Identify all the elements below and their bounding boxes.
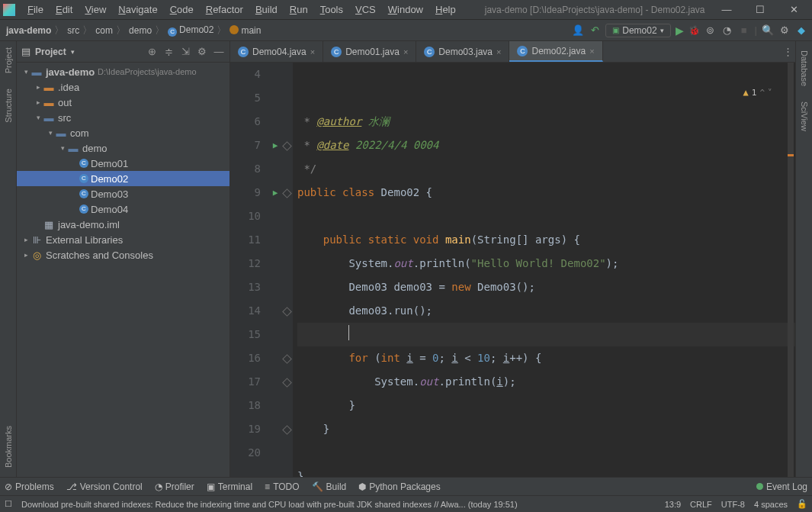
breadcrumb-class[interactable]: CDemo02: [166, 24, 215, 37]
tool-tab-structure[interactable]: Structure: [4, 85, 13, 126]
menu-tools[interactable]: Tools: [314, 2, 349, 17]
menu-view[interactable]: View: [79, 2, 112, 17]
tree-src[interactable]: ▬src: [17, 110, 229, 125]
minimize-button[interactable]: —: [711, 1, 742, 19]
back-arrow-icon[interactable]: ↶: [589, 24, 601, 37]
project-view-icon: ▤: [21, 46, 30, 57]
breadcrumb-src[interactable]: src: [66, 25, 81, 36]
code-content[interactable]: * @author 水澜 * @date 2022/4/4 0004 */pub…: [293, 63, 795, 477]
tool-problems[interactable]: ⊘Problems: [5, 481, 54, 492]
tool-event-log[interactable]: Event Log: [756, 481, 807, 492]
java-class-icon: C: [331, 47, 342, 57]
breadcrumb: java-demo 〉 src 〉 com 〉 demo 〉 CDemo02 〉…: [5, 24, 572, 37]
tree-file-demo03[interactable]: CDemo03: [17, 186, 229, 201]
editor-tab[interactable]: CDemo02.java×: [509, 41, 602, 62]
run-button[interactable]: ▶: [676, 24, 684, 37]
tree-com[interactable]: ▬com: [17, 125, 229, 140]
collapse-all-icon[interactable]: ⇲: [179, 46, 191, 57]
tool-vcs[interactable]: ⎇Version Control: [66, 481, 143, 492]
bottom-tool-bar: ⊘Problems ⎇Version Control ◔Profiler ▣Te…: [0, 477, 812, 495]
tree-iml[interactable]: ▦java-demo.iml: [17, 217, 229, 232]
status-message[interactable]: Download pre-built shared indexes: Reduc…: [21, 500, 656, 509]
tool-todo[interactable]: ≡TODO: [265, 481, 299, 492]
breadcrumb-com[interactable]: com: [94, 25, 114, 36]
code-editor[interactable]: 4567891011121314151617181920 ▶▶ * @autho…: [230, 63, 795, 477]
tabs-menu-icon[interactable]: ⋮: [780, 41, 795, 62]
menu-vcs[interactable]: VCS: [349, 2, 382, 17]
line-number-gutter[interactable]: 4567891011121314151617181920: [230, 63, 268, 477]
status-bar: ☐ Download pre-built shared indexes: Red…: [0, 495, 812, 512]
app-logo-icon: [3, 4, 15, 16]
breadcrumb-method[interactable]: main: [228, 25, 262, 36]
run-config-dropdown[interactable]: ▣ Demo02 ▾: [605, 24, 670, 37]
tree-file-demo04[interactable]: CDemo04: [17, 201, 229, 217]
stop-button[interactable]: ■: [738, 24, 750, 37]
fold-gutter[interactable]: [282, 63, 293, 477]
sidebar-title[interactable]: Project: [35, 47, 66, 57]
select-opened-icon[interactable]: ⊕: [146, 46, 158, 57]
breadcrumb-demo[interactable]: demo: [127, 25, 153, 36]
settings-icon[interactable]: ⚙: [778, 24, 791, 37]
tree-scratches[interactable]: ◎Scratches and Consoles: [17, 247, 229, 262]
menu-refactor[interactable]: Refactor: [200, 2, 249, 17]
hide-panel-icon[interactable]: —: [213, 46, 225, 57]
run-gutter[interactable]: ▶▶: [268, 63, 282, 477]
tree-idea[interactable]: ▬.idea: [17, 79, 229, 95]
tool-python[interactable]: ⬢Python Packages: [358, 481, 440, 492]
editor-tab[interactable]: CDemo03.java×: [416, 41, 509, 62]
close-tab-icon[interactable]: ×: [589, 47, 594, 56]
left-tool-strip: Project Structure Bookmarks: [0, 41, 17, 477]
status-line-sep[interactable]: CRLF: [690, 500, 712, 509]
tool-profiler[interactable]: ◔Profiler: [155, 481, 194, 492]
tool-terminal[interactable]: ▣Terminal: [207, 481, 252, 492]
tool-tab-database[interactable]: Database: [800, 47, 809, 89]
inspection-indicator[interactable]: ▲ 1 ^ ˅: [743, 87, 772, 98]
status-icon[interactable]: ☐: [5, 499, 12, 509]
maximize-button[interactable]: ☐: [745, 1, 775, 19]
tree-root[interactable]: ▬ java-demo D:\IdeaProjects\java-demo: [17, 64, 229, 79]
menu-window[interactable]: Window: [382, 2, 429, 17]
editor-scrollbar[interactable]: [788, 63, 794, 477]
tool-tab-bookmarks[interactable]: Bookmarks: [4, 423, 13, 471]
tool-tab-project[interactable]: Project: [4, 44, 13, 76]
coverage-button[interactable]: ⊚: [704, 24, 717, 37]
menu-build[interactable]: Build: [249, 2, 284, 17]
status-indent[interactable]: 4 spaces: [754, 500, 788, 509]
close-button[interactable]: ✕: [778, 1, 809, 19]
settings-gear-icon[interactable]: ⚙: [196, 46, 208, 57]
navigation-bar: java-demo 〉 src 〉 com 〉 demo 〉 CDemo02 〉…: [0, 20, 812, 41]
tool-tab-sciview[interactable]: SciView: [800, 98, 809, 134]
java-class-icon: C: [424, 47, 435, 57]
tree-demo[interactable]: ▬demo: [17, 140, 229, 156]
window-title: java-demo [D:\IdeaProjects\java-demo] - …: [462, 5, 711, 15]
profile-button[interactable]: ◔: [721, 24, 733, 37]
add-user-icon[interactable]: 👤: [572, 24, 584, 37]
right-tool-strip: Database SciView: [795, 41, 812, 477]
tree-out[interactable]: ▬out: [17, 95, 229, 110]
tree-file-demo01[interactable]: CDemo01: [17, 156, 229, 171]
tree-ext-lib[interactable]: ⊪External Libraries: [17, 232, 229, 247]
menu-run[interactable]: Run: [284, 2, 314, 17]
tree-file-demo02[interactable]: CDemo02: [17, 171, 229, 186]
menu-help[interactable]: Help: [429, 2, 462, 17]
ide-features-icon[interactable]: ◆: [795, 24, 807, 37]
menu-navigate[interactable]: Navigate: [112, 2, 163, 17]
expand-all-icon[interactable]: ≑: [162, 46, 175, 57]
status-encoding[interactable]: UTF-8: [721, 500, 745, 509]
menu-code[interactable]: Code: [164, 2, 200, 17]
breadcrumb-project[interactable]: java-demo: [5, 25, 53, 36]
menu-file[interactable]: File: [21, 2, 50, 17]
menu-edit[interactable]: Edit: [50, 2, 79, 17]
editor-tab[interactable]: CDemo01.java×: [323, 41, 416, 62]
project-tree[interactable]: ▬ java-demo D:\IdeaProjects\java-demo ▬.…: [17, 63, 229, 477]
editor-tab[interactable]: CDemo04.java×: [230, 41, 323, 62]
search-everywhere-icon[interactable]: 🔍: [762, 24, 774, 37]
tool-build[interactable]: 🔨Build: [312, 481, 347, 492]
status-readonly-icon[interactable]: 🔓: [797, 499, 807, 509]
close-tab-icon[interactable]: ×: [496, 47, 501, 56]
close-tab-icon[interactable]: ×: [310, 47, 315, 56]
close-tab-icon[interactable]: ×: [403, 47, 408, 56]
status-caret-pos[interactable]: 13:9: [665, 500, 681, 509]
editor-area: CDemo04.java×CDemo01.java×CDemo03.java×C…: [230, 41, 795, 477]
debug-button[interactable]: 🐞: [688, 25, 700, 36]
